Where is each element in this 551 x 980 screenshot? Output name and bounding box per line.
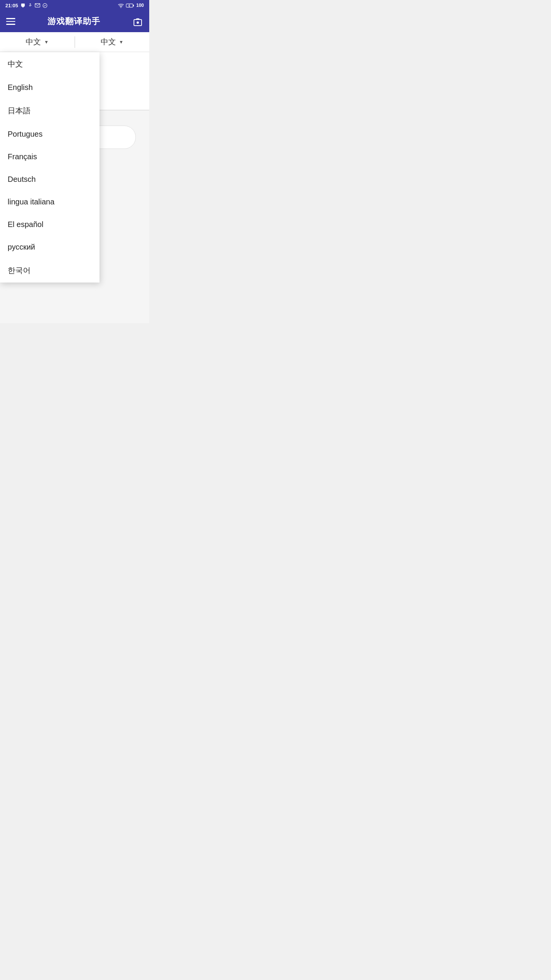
check-circle-icon [42,3,47,8]
usb-icon [28,3,33,8]
target-language-selector[interactable]: 中文 ▼ [75,32,150,52]
hamburger-line-2 [6,21,15,22]
status-time: 21:05 [5,3,18,8]
svg-point-3 [29,5,30,6]
hamburger-line-1 [6,18,15,19]
lang-item-zh[interactable]: 中文 [0,52,99,76]
lang-item-ja[interactable]: 日本語 [0,99,99,123]
mail-icon [35,3,40,8]
target-lang-dropdown-arrow: ▼ [119,39,124,45]
wifi-icon [118,3,124,8]
lang-item-it[interactable]: lingua italiana [0,191,99,213]
lang-item-ru[interactable]: русский [0,236,99,258]
lang-item-ko[interactable]: 한국어 [0,258,99,283]
lang-item-pt[interactable]: Portugues [0,123,99,145]
svg-rect-9 [133,5,134,6]
lang-item-es[interactable]: El español [0,213,99,236]
main-content: 中文 ▼ 中文 ▼ you miss me, I miss you too ↓ … [0,32,149,323]
target-language-label: 中文 [101,37,116,47]
status-right: 100 [118,3,144,8]
svg-point-7 [121,7,121,8]
svg-marker-1 [21,6,25,8]
lang-item-fr[interactable]: Français [0,145,99,168]
app-bar: 游戏翻译助手 [0,11,149,32]
battery-icon [126,3,134,8]
svg-point-4 [31,5,31,6]
status-bar: 21:05 [0,0,149,11]
lang-item-de[interactable]: Deutsch [0,168,99,191]
battery-level: 100 [136,3,144,8]
notification-icon [20,3,26,8]
lang-item-en[interactable]: English [0,76,99,99]
svg-point-11 [137,22,139,23]
hamburger-line-3 [6,24,15,25]
language-dropdown-menu: 中文 English 日本語 Portugues Français Deutsc… [0,52,99,283]
hamburger-menu-button[interactable] [6,18,15,25]
source-lang-dropdown-arrow: ▼ [44,39,49,45]
source-language-selector[interactable]: 中文 ▼ [0,32,75,52]
shopping-bag-icon[interactable] [132,16,143,27]
status-left: 21:05 [5,3,47,8]
app-title: 游戏翻译助手 [47,16,100,27]
language-selector-row: 中文 ▼ 中文 ▼ [0,32,149,52]
source-language-label: 中文 [26,37,41,47]
svg-rect-0 [21,3,25,6]
